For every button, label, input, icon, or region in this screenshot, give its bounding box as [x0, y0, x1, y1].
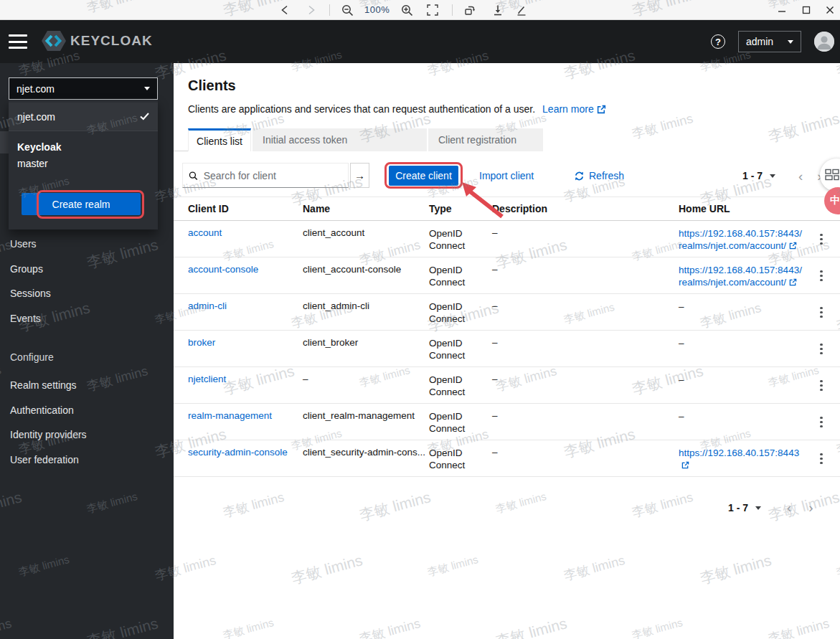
- page-title: Clients: [188, 77, 236, 94]
- search-input[interactable]: [204, 170, 342, 181]
- user-menu-label: admin: [746, 36, 773, 47]
- kebab-menu-icon[interactable]: [816, 268, 827, 285]
- realm-option-current[interactable]: njet.com: [9, 103, 158, 131]
- import-client-link[interactable]: Import client: [479, 163, 534, 189]
- fit-to-window-icon[interactable]: [426, 4, 439, 16]
- realm-selector[interactable]: njet.com: [9, 77, 158, 100]
- avatar[interactable]: [814, 32, 834, 52]
- keycloak-logo-icon: [42, 30, 66, 52]
- client-id-link[interactable]: realm-management: [188, 410, 272, 421]
- cell-type: OpenID Connect: [429, 300, 479, 325]
- kebab-menu-icon[interactable]: [816, 231, 827, 248]
- annotate-pen-icon[interactable]: [515, 4, 528, 16]
- client-id-link[interactable]: njetclient: [188, 374, 226, 384]
- chevron-down-icon: [144, 87, 150, 90]
- sidebar-item-groups[interactable]: Groups: [0, 257, 174, 281]
- home-url-link[interactable]: https://192.168.40.157:8443/realms/njet.…: [679, 227, 807, 252]
- client-id-link[interactable]: account: [188, 227, 222, 238]
- help-icon[interactable]: ?: [711, 34, 725, 49]
- home-url-link[interactable]: https://192.168.40.157:8443: [679, 447, 807, 471]
- col-description: Description: [492, 203, 679, 214]
- pagination-caret-icon[interactable]: [770, 174, 775, 178]
- viewer-titlebar: 100%: [0, 0, 840, 20]
- refresh-icon: [574, 171, 585, 181]
- tab-initial-access-token[interactable]: Initial access token: [253, 128, 427, 151]
- kebab-menu-icon[interactable]: [816, 414, 827, 431]
- cell-home-url: https://192.168.40.157:8443/realms/njet.…: [679, 264, 807, 288]
- zoom-in-icon[interactable]: [400, 4, 413, 16]
- table-body: account client_account OpenID Connect – …: [174, 221, 840, 477]
- sidebar-item-identity-providers[interactable]: Identity providers: [0, 422, 174, 447]
- table-row: realm-management client_realm-management…: [174, 404, 840, 440]
- ime-badge-text: 中: [830, 194, 840, 207]
- cell-home-url: –: [679, 337, 807, 349]
- sidebar-item-sessions[interactable]: Sessions: [0, 281, 174, 306]
- zoom-out-icon[interactable]: [341, 4, 354, 16]
- realm-group-title: Keycloak: [17, 141, 149, 153]
- cell-home-url: https://192.168.40.157:8443: [679, 447, 807, 471]
- keycloak-logo[interactable]: KEYCLOAK: [42, 30, 153, 52]
- cell-name: client_broker: [303, 337, 429, 348]
- sidebar-item-events[interactable]: Events: [0, 306, 174, 331]
- realm-option-master[interactable]: master: [17, 158, 149, 169]
- kebab-menu-icon[interactable]: [816, 341, 827, 358]
- cell-type: OpenID Connect: [429, 337, 479, 361]
- refresh-link[interactable]: Refresh: [574, 163, 624, 189]
- check-icon: [140, 113, 149, 120]
- learn-more-label: Learn more: [542, 103, 594, 115]
- client-id-link[interactable]: broker: [188, 337, 215, 348]
- toolbar-separator: [452, 4, 453, 16]
- client-id-link[interactable]: security-admin-console: [188, 447, 288, 458]
- close-icon[interactable]: [823, 4, 837, 16]
- sidebar-item-user-federation[interactable]: User federation: [0, 448, 174, 472]
- user-menu-dropdown[interactable]: admin: [738, 31, 801, 52]
- clients-table: Client ID Name Type Description Home URL…: [174, 197, 840, 477]
- sidebar-section-configure: Configure: [10, 351, 54, 363]
- table-row: admin-cli client_admin-cli OpenID Connec…: [174, 294, 840, 331]
- pagination-prev-icon[interactable]: ‹: [798, 169, 803, 183]
- search-submit-button[interactable]: →: [350, 163, 369, 188]
- create-client-button[interactable]: Create client: [389, 166, 458, 186]
- sidebar-item-realm-settings[interactable]: Realm settings: [0, 373, 174, 397]
- client-id-link[interactable]: admin-cli: [188, 300, 227, 311]
- tab-clients-list[interactable]: Clients list: [188, 128, 251, 151]
- minimize-icon[interactable]: [775, 4, 789, 16]
- create-realm-button[interactable]: Create realm: [22, 193, 141, 215]
- cell-description: –: [492, 410, 679, 421]
- tabs: Clients list Initial access token Client…: [188, 128, 543, 151]
- download-icon[interactable]: [491, 4, 504, 16]
- kebab-menu-icon[interactable]: [816, 304, 827, 321]
- cell-name: client_security-admin-cons...: [303, 447, 429, 458]
- maximize-icon[interactable]: [799, 4, 813, 16]
- pagination-range: 1 - 7: [742, 170, 763, 181]
- hamburger-menu-icon[interactable]: [9, 33, 27, 50]
- sidebar-item-users[interactable]: Users: [0, 232, 174, 256]
- search-icon: [189, 171, 198, 181]
- tabs-baseline: [174, 151, 188, 151]
- brand-text: KEYCLOAK: [70, 33, 153, 49]
- tab-client-registration[interactable]: Client registration: [428, 128, 543, 151]
- pagination-caret-icon[interactable]: [755, 506, 761, 510]
- learn-more-link[interactable]: Learn more: [542, 103, 606, 115]
- pagination-top: 1 - 7 ‹ ›: [742, 163, 822, 189]
- col-client-id: Client ID: [188, 203, 303, 214]
- cell-description: –: [492, 264, 679, 275]
- kebab-menu-icon[interactable]: [816, 450, 827, 468]
- rotate-icon[interactable]: [463, 4, 476, 16]
- pagination-range: 1 - 7: [728, 502, 748, 513]
- pagination-next-icon[interactable]: ›: [808, 500, 813, 516]
- cell-home-url: –: [679, 410, 807, 422]
- sidebar-item-authentication[interactable]: Authentication: [0, 398, 174, 422]
- cell-description: –: [492, 227, 679, 238]
- external-link-icon: [789, 278, 797, 286]
- home-url-link[interactable]: https://192.168.40.157:8443/realms/njet.…: [679, 264, 807, 288]
- client-id-link[interactable]: account-console: [188, 264, 258, 275]
- forward-icon[interactable]: [305, 4, 318, 16]
- kebab-menu-icon[interactable]: [816, 377, 827, 394]
- refresh-label: Refresh: [589, 170, 624, 181]
- sidebar-item-clients-partial: [0, 131, 9, 153]
- back-icon[interactable]: [278, 4, 291, 16]
- cell-type: OpenID Connect: [429, 227, 479, 252]
- cell-name: client_admin-cli: [303, 300, 429, 311]
- pagination-prev-icon[interactable]: ‹: [787, 500, 791, 516]
